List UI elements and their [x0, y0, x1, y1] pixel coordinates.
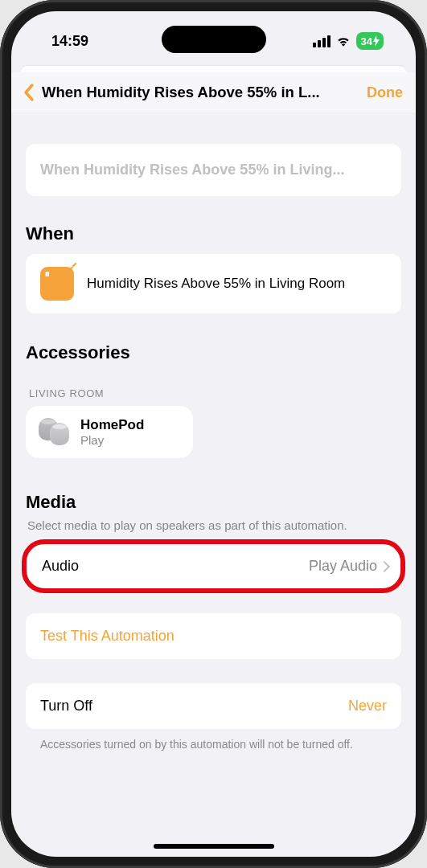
media-description: Select media to play on speakers as part… [27, 518, 401, 534]
back-icon[interactable] [21, 82, 37, 103]
svg-line-2 [73, 264, 76, 266]
audio-row[interactable]: Audio Play Audio [26, 543, 401, 589]
dynamic-island [162, 26, 266, 53]
humidity-sensor-icon [40, 267, 74, 301]
accessory-homepod[interactable]: HomePod Play [26, 406, 193, 458]
phone-frame: 14:59 34 When Humid [0, 0, 427, 868]
when-heading: When [26, 223, 401, 244]
status-right: 34 [313, 32, 384, 50]
bolt-icon [372, 35, 380, 47]
media-heading: Media [26, 492, 401, 513]
sheet-card-behind [21, 66, 406, 72]
navigation-bar: When Humidity Rises Above 55% in L... Do… [11, 72, 416, 113]
homepod-icon [39, 418, 71, 447]
page-title: When Humidity Rises Above 55% in L... [42, 84, 362, 101]
status-time: 14:59 [51, 33, 88, 50]
cellular-icon [313, 35, 331, 47]
automation-name-input[interactable]: When Humidity Rises Above 55% in Living.… [26, 144, 401, 196]
content-scroll[interactable]: When Humidity Rises Above 55% in Living.… [11, 113, 416, 846]
svg-line-1 [68, 268, 72, 269]
done-button[interactable]: Done [367, 84, 403, 101]
svg-line-0 [66, 272, 70, 275]
test-automation-button[interactable]: Test This Automation [26, 613, 401, 659]
turn-off-label: Turn Off [40, 698, 92, 714]
condition-text: Humidity Rises Above 55% in Living Room [87, 275, 345, 293]
phone-screen: 14:59 34 When Humid [11, 11, 416, 857]
turn-off-value: Never [348, 698, 387, 714]
wifi-icon [335, 33, 351, 49]
audio-label: Audio [42, 558, 79, 575]
battery-percent: 34 [361, 35, 372, 47]
chevron-right-icon [379, 561, 390, 572]
turn-off-footnote: Accessories turned on by this automation… [40, 737, 396, 753]
accessory-name: HomePod [80, 417, 144, 433]
turn-off-row[interactable]: Turn Off Never [26, 683, 401, 729]
room-group-header: LIVING ROOM [29, 387, 401, 399]
battery-indicator: 34 [356, 32, 384, 50]
when-condition-row[interactable]: Humidity Rises Above 55% in Living Room [26, 254, 401, 313]
accessories-heading: Accessories [26, 342, 401, 363]
accessory-state: Play [80, 433, 144, 447]
home-indicator[interactable] [154, 844, 274, 849]
audio-value: Play Audio [309, 558, 377, 575]
